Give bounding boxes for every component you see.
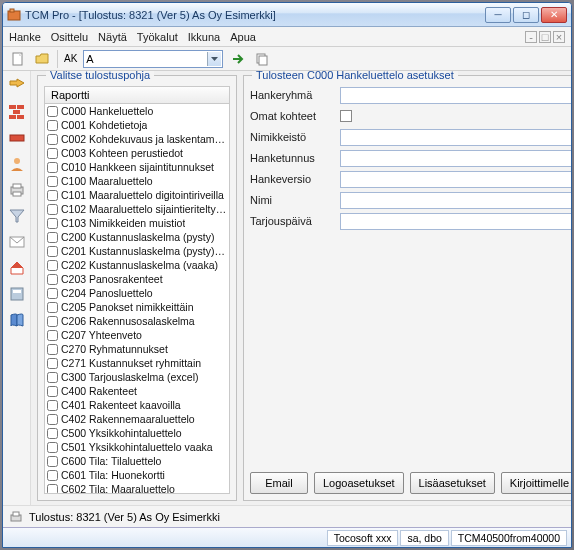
- menu-hanke[interactable]: Hanke: [9, 31, 41, 43]
- list-item-checkbox[interactable]: [47, 414, 58, 425]
- list-item-label: C102 Maaraluettelo sijaintieriteltynä: [61, 203, 227, 215]
- input-nimi[interactable]: [340, 192, 571, 209]
- list-item-checkbox[interactable]: [47, 288, 58, 299]
- menu-apua[interactable]: Apua: [230, 31, 256, 43]
- list-item-checkbox[interactable]: [47, 344, 58, 355]
- checkbox-omat[interactable]: [340, 110, 352, 122]
- list-item[interactable]: C010 Hankkeen sijaintitunnukset: [45, 160, 229, 174]
- list-item[interactable]: C001 Kohdetietoja: [45, 118, 229, 132]
- logo-button[interactable]: Logoasetukset: [314, 472, 404, 494]
- user-icon[interactable]: [8, 155, 26, 173]
- list-item-checkbox[interactable]: [47, 400, 58, 411]
- list-item-checkbox[interactable]: [47, 162, 58, 173]
- list-item-checkbox[interactable]: [47, 484, 58, 495]
- list-item-checkbox[interactable]: [47, 260, 58, 271]
- book-icon[interactable]: [8, 311, 26, 329]
- list-item-checkbox[interactable]: [47, 456, 58, 467]
- list-item[interactable]: C202 Kustannuslaskelma (vaaka): [45, 258, 229, 272]
- minimize-button[interactable]: ─: [485, 7, 511, 23]
- list-item[interactable]: C300 Tarjouslaskelma (excel): [45, 370, 229, 384]
- list-header[interactable]: Raportti: [44, 86, 230, 103]
- list-item-checkbox[interactable]: [47, 428, 58, 439]
- ak-combo[interactable]: A: [83, 50, 223, 68]
- menu-ikkuna[interactable]: Ikkuna: [188, 31, 220, 43]
- list-item-checkbox[interactable]: [47, 470, 58, 481]
- list-item-checkbox[interactable]: [47, 442, 58, 453]
- list-item[interactable]: C002 Kohdekuvaus ja laskentamuistio: [45, 132, 229, 146]
- house-icon[interactable]: [8, 259, 26, 277]
- toolbar-copy-icon[interactable]: [253, 50, 271, 68]
- list-item-checkbox[interactable]: [47, 204, 58, 215]
- list-item-checkbox[interactable]: [47, 106, 58, 117]
- list-item-checkbox[interactable]: [47, 134, 58, 145]
- list-item-checkbox[interactable]: [47, 358, 58, 369]
- menu-nayta[interactable]: Näytä: [98, 31, 127, 43]
- register-icon[interactable]: [8, 285, 26, 303]
- list-item[interactable]: C402 Rakennemaaraluettelo: [45, 412, 229, 426]
- mdi-restore-button[interactable]: □: [539, 31, 551, 43]
- toolbar-new-icon[interactable]: [9, 50, 27, 68]
- list-item[interactable]: C270 Ryhmatunnukset: [45, 342, 229, 356]
- titlebar[interactable]: TCM Pro - [Tulostus: 8321 (Ver 5) As Oy …: [3, 3, 571, 27]
- list-item[interactable]: C600 Tila: Tilaluettelo: [45, 454, 229, 468]
- list-item-checkbox[interactable]: [47, 274, 58, 285]
- list-item-checkbox[interactable]: [47, 120, 58, 131]
- list-item[interactable]: C500 Yksikkohintaluettelo: [45, 426, 229, 440]
- list-item[interactable]: C000 Hankeluettelo: [45, 104, 229, 118]
- list-item[interactable]: C102 Maaraluettelo sijaintieriteltynä: [45, 202, 229, 216]
- list-item[interactable]: C201 Kustannuslaskelma (pysty) vain hinn…: [45, 244, 229, 258]
- list-item[interactable]: C200 Kustannuslaskelma (pysty): [45, 230, 229, 244]
- lisa-button[interactable]: Lisäasetukset: [410, 472, 495, 494]
- list-item[interactable]: C003 Kohteen perustiedot: [45, 146, 229, 160]
- list-item-checkbox[interactable]: [47, 246, 58, 257]
- combo-hankeversio[interactable]: [340, 171, 571, 188]
- statusbar: Tocosoft xxx sa, dbo TCM40500from40000: [3, 527, 571, 547]
- list-item-checkbox[interactable]: [47, 218, 58, 229]
- list-item[interactable]: C206 Rakennusosalaskelma: [45, 314, 229, 328]
- bricks-icon[interactable]: [8, 103, 26, 121]
- menu-tyokalut[interactable]: Työkalut: [137, 31, 178, 43]
- close-button[interactable]: ✕: [541, 7, 567, 23]
- list-item-checkbox[interactable]: [47, 302, 58, 313]
- toolbar-go-icon[interactable]: [229, 50, 247, 68]
- list-item[interactable]: C271 Kustannukset ryhmittain: [45, 356, 229, 370]
- list-item-checkbox[interactable]: [47, 330, 58, 341]
- list-item-checkbox[interactable]: [47, 232, 58, 243]
- print-button[interactable]: Kirjoittimelle: [501, 472, 571, 494]
- report-list[interactable]: C000 HankeluetteloC001 KohdetietojaC002 …: [44, 103, 230, 494]
- list-item[interactable]: C400 Rakenteet: [45, 384, 229, 398]
- list-item-checkbox[interactable]: [47, 372, 58, 383]
- menu-osittelu[interactable]: Osittelu: [51, 31, 88, 43]
- mdi-close-button[interactable]: ×: [553, 31, 565, 43]
- list-item-checkbox[interactable]: [47, 148, 58, 159]
- home-icon[interactable]: [8, 77, 26, 95]
- brick-icon[interactable]: [8, 129, 26, 147]
- list-item-checkbox[interactable]: [47, 316, 58, 327]
- input-tarjous[interactable]: [340, 213, 571, 230]
- input-nimikkeisto[interactable]: [340, 129, 571, 146]
- list-item[interactable]: C100 Maaraluettelo: [45, 174, 229, 188]
- input-hankeryhma[interactable]: [340, 87, 571, 104]
- list-item[interactable]: C602 Tila: Maaraluettelo: [45, 482, 229, 494]
- list-item[interactable]: C207 Yhteenveto: [45, 328, 229, 342]
- toolbar-open-icon[interactable]: [33, 50, 51, 68]
- list-item[interactable]: C501 Yksikkohintaluettelo vaaka: [45, 440, 229, 454]
- list-item[interactable]: C204 Panosluettelo: [45, 286, 229, 300]
- mail-icon[interactable]: [8, 233, 26, 251]
- list-item-checkbox[interactable]: [47, 176, 58, 187]
- list-item[interactable]: C205 Panokset nimikkeittäin: [45, 300, 229, 314]
- email-button[interactable]: Email: [250, 472, 308, 494]
- funnel-icon[interactable]: [8, 207, 26, 225]
- maximize-button[interactable]: ◻: [513, 7, 539, 23]
- combo-hanketunnus[interactable]: [340, 150, 571, 167]
- mdi-minimize-button[interactable]: -: [525, 31, 537, 43]
- list-item[interactable]: C601 Tila: Huonekortti: [45, 468, 229, 482]
- printer-icon[interactable]: [8, 181, 26, 199]
- list-item-checkbox[interactable]: [47, 190, 58, 201]
- list-item[interactable]: C203 Panosrakenteet: [45, 272, 229, 286]
- list-item[interactable]: C103 Nimikkeiden muistiot: [45, 216, 229, 230]
- svg-rect-4: [259, 56, 267, 65]
- list-item[interactable]: C401 Rakenteet kaavoilla: [45, 398, 229, 412]
- list-item[interactable]: C101 Maaraluettelo digitointiriveilla: [45, 188, 229, 202]
- list-item-checkbox[interactable]: [47, 386, 58, 397]
